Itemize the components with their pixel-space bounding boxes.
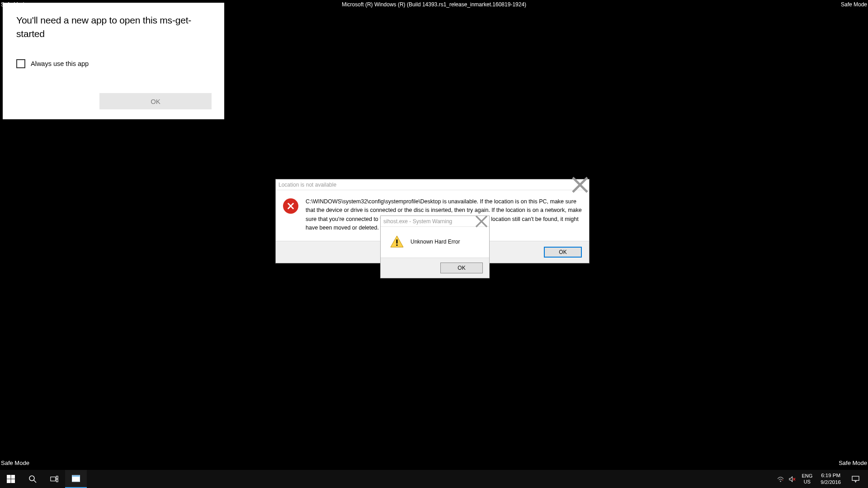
language-region: US [804, 479, 811, 485]
language-code: ENG [802, 473, 812, 479]
svg-rect-5 [11, 479, 15, 483]
location-dialog-titlebar[interactable]: Location is not available [276, 179, 589, 190]
app-picker-ok-button[interactable]: OK [99, 93, 212, 109]
location-dialog-close-button[interactable] [571, 179, 589, 190]
language-indicator[interactable]: ENG US [798, 473, 816, 485]
sihost-dialog-titlebar[interactable]: sihost.exe - System Warning [381, 216, 489, 227]
sihost-dialog-message: Unknown Hard Error [410, 239, 460, 245]
svg-text:*: * [782, 479, 783, 482]
task-view-button[interactable] [43, 470, 65, 488]
start-button[interactable] [0, 470, 22, 488]
notification-icon [852, 476, 859, 483]
svg-rect-3 [11, 475, 15, 479]
search-icon [28, 475, 37, 483]
windows-logo-icon [7, 475, 15, 483]
close-icon [571, 176, 589, 194]
always-use-row[interactable]: Always use this app [16, 59, 212, 68]
always-use-label: Always use this app [31, 60, 89, 67]
location-dialog-title: Location is not available [278, 182, 336, 188]
clock-date: 9/2/2016 [821, 479, 841, 486]
svg-rect-10 [57, 479, 58, 482]
action-center-button[interactable] [845, 476, 865, 483]
task-view-icon [50, 475, 58, 483]
always-use-checkbox[interactable] [16, 59, 25, 68]
svg-point-6 [29, 476, 34, 481]
svg-rect-4 [7, 479, 10, 483]
network-tray-icon[interactable]: * [774, 476, 786, 482]
wifi-disconnected-icon: * [777, 476, 784, 482]
svg-line-7 [34, 480, 36, 483]
windows-build-label: Microsoft (R) Windows (R) (Build 14393.r… [342, 1, 526, 8]
safe-mode-label-tr: Safe Mode [841, 1, 867, 8]
location-dialog-ok-button[interactable]: OK [544, 247, 582, 258]
close-icon [475, 215, 488, 228]
svg-rect-2 [7, 475, 10, 479]
app-picker-heading: You'll need a new app to open this ms-ge… [16, 14, 212, 41]
svg-point-13 [780, 480, 781, 482]
window-icon [72, 474, 80, 483]
sihost-dialog: sihost.exe - System Warning Unknown Hard… [380, 216, 490, 278]
system-tray: * ENG US 6:19 PM 9/2/2016 [774, 470, 868, 488]
svg-rect-8 [51, 477, 56, 481]
svg-rect-1 [396, 244, 398, 246]
sihost-dialog-close-button[interactable] [475, 216, 488, 227]
search-button[interactable] [22, 470, 43, 488]
volume-tray-icon[interactable] [786, 476, 798, 482]
taskbar-app-explorer[interactable] [65, 470, 87, 488]
safe-mode-label-br: Safe Mode [839, 460, 867, 466]
svg-rect-15 [852, 476, 859, 480]
sihost-dialog-ok-button[interactable]: OK [440, 263, 483, 273]
clock-time: 6:19 PM [821, 472, 840, 479]
sihost-dialog-title: sihost.exe - System Warning [383, 218, 452, 225]
svg-rect-0 [396, 239, 398, 244]
clock[interactable]: 6:19 PM 9/2/2016 [816, 472, 845, 486]
taskbar: * ENG US 6:19 PM 9/2/2016 [0, 470, 868, 488]
svg-rect-12 [72, 477, 80, 481]
error-icon [283, 198, 298, 214]
svg-rect-9 [57, 476, 58, 479]
warning-icon [390, 235, 404, 249]
safe-mode-label-bl: Safe Mode [1, 460, 29, 466]
app-picker-dialog: You'll need a new app to open this ms-ge… [3, 3, 224, 119]
volume-muted-icon [789, 476, 796, 482]
